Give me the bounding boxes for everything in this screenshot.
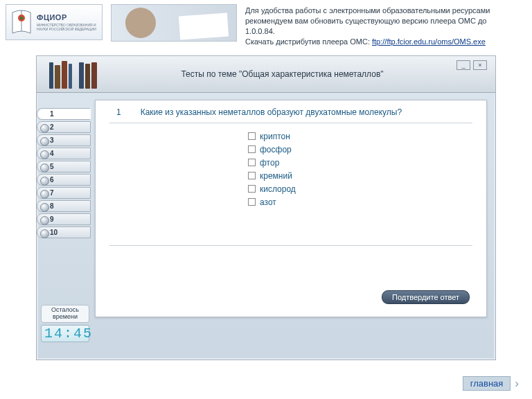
tab-dot-icon xyxy=(40,190,49,199)
fcior-logo: ФЦИОР МИНИСТЕРСТВО ОБРАЗОВАНИЯ И НАУКИ Р… xyxy=(6,4,103,40)
question-tab-6[interactable]: 6 xyxy=(37,174,91,186)
checkbox-icon[interactable] xyxy=(248,132,256,140)
close-icon[interactable]: × xyxy=(473,60,487,70)
option-label: криптон xyxy=(260,132,290,141)
question-number: 1 xyxy=(116,107,121,117)
logo-acronym: ФЦИОР xyxy=(37,14,98,21)
timer: Осталось времени 14:45 xyxy=(41,305,89,342)
answer-options: криптонфосфорфторкремнийкислородазот xyxy=(248,130,486,208)
checkbox-icon[interactable] xyxy=(248,159,256,166)
timer-label: Осталось времени xyxy=(41,305,89,323)
option-label: кремний xyxy=(260,171,292,181)
confirm-answer-button[interactable]: Подтвердите ответ xyxy=(382,290,470,304)
header-thumbnail xyxy=(111,4,237,42)
tab-dot-icon xyxy=(40,124,49,133)
checkbox-icon[interactable] xyxy=(248,172,256,179)
option-label: кислород xyxy=(260,184,296,194)
tab-dot-icon xyxy=(40,203,49,212)
logo-subtitle: МИНИСТЕРСТВО ОБРАЗОВАНИЯ И НАУКИ РОССИЙС… xyxy=(37,23,98,31)
tab-dot-icon xyxy=(40,150,49,159)
question-panel: 1 Какие из указанных неметаллов образуют… xyxy=(95,100,487,317)
timer-value: 14:45 xyxy=(41,325,89,342)
checkbox-icon[interactable] xyxy=(248,198,256,206)
notice-text: Для удобства работы с электронными образ… xyxy=(245,6,490,35)
answer-option[interactable]: фосфор xyxy=(248,143,486,155)
tab-dot-icon xyxy=(40,137,49,146)
main-page-link[interactable]: главная ›› xyxy=(463,376,515,391)
answer-option[interactable]: криптон xyxy=(248,130,486,142)
tab-dot-icon xyxy=(40,229,49,238)
question-tab-8[interactable]: 8 xyxy=(37,200,91,212)
quiz-player-window: Тесты по теме "Общая характеристика неме… xyxy=(36,55,496,360)
checkbox-icon[interactable] xyxy=(248,185,256,193)
player-titlebar: Тесты по теме "Общая характеристика неме… xyxy=(37,56,495,93)
option-label: фосфор xyxy=(260,145,292,154)
quiz-title: Тесты по теме "Общая характеристика неме… xyxy=(69,69,495,79)
answer-option[interactable]: кислород xyxy=(248,183,486,195)
answer-option[interactable]: фтор xyxy=(248,157,486,168)
question-tab-10[interactable]: 10 xyxy=(37,227,91,238)
checkbox-icon[interactable] xyxy=(248,145,256,153)
tab-dot-icon xyxy=(40,177,49,186)
minimize-icon[interactable]: _ xyxy=(456,60,470,70)
tab-dot-icon xyxy=(40,216,49,225)
question-tab-4[interactable]: 4 xyxy=(37,148,91,159)
book-icon xyxy=(10,8,33,36)
download-link[interactable]: ftp://ftp.fcior.edu.ru/oms/OMS.exe xyxy=(372,37,486,46)
option-label: фтор xyxy=(260,158,279,168)
question-tab-1[interactable]: 1 xyxy=(37,108,91,120)
question-tab-7[interactable]: 7 xyxy=(37,187,91,199)
question-tabs: 12345678910 xyxy=(37,108,91,238)
chevron-right-icon: ›› xyxy=(515,378,515,390)
option-label: азот xyxy=(260,197,276,207)
answer-option[interactable]: азот xyxy=(248,196,486,208)
answer-option[interactable]: кремний xyxy=(248,170,486,181)
notice-download-prefix: Скачать дистрибутив плеера ОМС: xyxy=(245,37,372,46)
tab-dot-icon xyxy=(40,163,49,172)
question-tab-5[interactable]: 5 xyxy=(37,161,91,172)
update-notice: Для удобства работы с электронными образ… xyxy=(245,6,515,46)
question-tab-3[interactable]: 3 xyxy=(37,134,91,146)
question-text: Какие из указанных неметаллов образуют д… xyxy=(141,107,402,117)
question-tab-2[interactable]: 2 xyxy=(37,121,91,133)
question-tab-9[interactable]: 9 xyxy=(37,213,91,225)
main-link-label: главная xyxy=(463,376,511,391)
